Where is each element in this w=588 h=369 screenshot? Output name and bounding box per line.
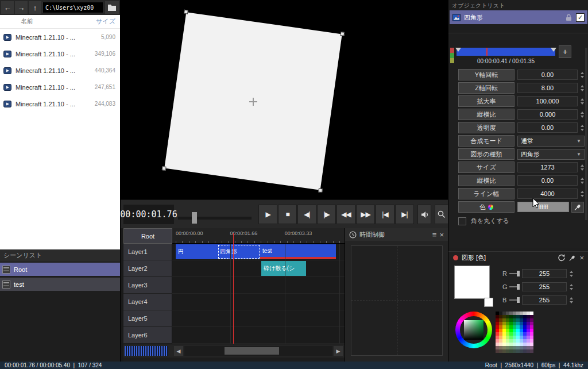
file-row[interactable]: Minecraft 1.21.10 - ... 349,106	[0, 45, 120, 62]
list-menu-icon[interactable]: ≡	[432, 230, 437, 239]
layer2-track[interactable]: 砕け散る(シ	[172, 260, 345, 277]
red-slider-handle[interactable]	[517, 271, 520, 276]
trackbar-end-marker[interactable]	[551, 48, 556, 52]
file-row[interactable]: Minecraft 1.21.10 - ... 440,364	[0, 62, 120, 79]
z-rotation-label-button[interactable]: Z軸回転	[458, 82, 514, 94]
spinner[interactable]	[579, 164, 585, 171]
secondary-color-swatch[interactable]	[484, 298, 493, 307]
play-button[interactable]: ▶	[258, 205, 277, 224]
round-corners-checkbox[interactable]	[458, 217, 466, 225]
layer5-track[interactable]	[172, 310, 345, 327]
opacity-label-button[interactable]: 透明度	[458, 122, 514, 133]
line-width-label-button[interactable]: ライン幅	[458, 188, 514, 199]
resize-handle-top-left[interactable]	[184, 10, 188, 14]
opacity-value-field[interactable]: 0.00	[517, 122, 578, 133]
blue-slider[interactable]	[509, 299, 520, 301]
clip-shatter-effect[interactable]: 砕け散る(シ	[261, 261, 306, 276]
spinner[interactable]	[579, 85, 585, 91]
layer6-track[interactable]	[172, 327, 345, 344]
clip-test[interactable]: test	[260, 244, 336, 259]
rewind-button[interactable]: ◀◀	[336, 205, 355, 224]
eyedropper-button[interactable]	[571, 202, 584, 213]
green-slider-handle[interactable]	[517, 284, 520, 290]
go-to-start-button[interactable]: |◀	[376, 205, 394, 224]
red-value-field[interactable]: 255	[522, 269, 567, 278]
close-icon[interactable]: ×	[439, 230, 444, 239]
path-input[interactable]	[42, 2, 104, 13]
blue-value-field[interactable]: 255	[522, 295, 567, 305]
green-slider[interactable]	[509, 286, 520, 287]
scale-value-field[interactable]: 100.000	[517, 96, 578, 106]
scene-tab-root[interactable]: Root	[123, 228, 172, 244]
layer3-track[interactable]	[172, 277, 345, 294]
timeline-ruler[interactable]: 00:00:00.00 00:00:01.66 00:00:03.33	[172, 228, 345, 244]
resize-handle-bottom-right[interactable]	[318, 188, 323, 193]
timeline-zoom-minimap[interactable]	[125, 346, 168, 356]
refresh-icon[interactable]	[558, 254, 565, 262]
resize-handle-bottom-left[interactable]	[162, 166, 167, 171]
aspect-value-field[interactable]: 0.000	[517, 109, 578, 120]
layer1-track[interactable]: 円 四角形 test	[172, 244, 345, 260]
trackbar-start-marker[interactable]	[455, 48, 461, 52]
back-button[interactable]: ←	[1, 1, 14, 14]
close-icon[interactable]: ×	[579, 253, 584, 262]
color-label-button[interactable]: 色	[458, 201, 514, 213]
time-control-graph[interactable]	[351, 245, 443, 356]
open-folder-button[interactable]	[105, 1, 119, 14]
blend-mode-dropdown[interactable]: 通常 ▼	[517, 136, 585, 147]
spinner[interactable]	[579, 178, 585, 184]
scene-item-test[interactable]: test	[0, 278, 120, 291]
saturation-value-box[interactable]	[464, 320, 483, 340]
scroll-left-button[interactable]: ◀	[174, 346, 183, 356]
spinner[interactable]	[568, 297, 574, 303]
timeline-scrollbar-track[interactable]	[184, 346, 332, 356]
go-to-end-button[interactable]: ▶|	[395, 205, 414, 224]
color-hex-field[interactable]: ffffff	[517, 202, 569, 212]
aspect2-value-field[interactable]: 0.00	[517, 175, 578, 186]
layer4-track[interactable]	[172, 294, 345, 310]
name-column-header[interactable]: 名前	[21, 17, 33, 26]
layer4-label[interactable]: Layer4	[123, 294, 172, 310]
up-button[interactable]: ↑	[29, 1, 41, 14]
timeline-scrollbar-thumb[interactable]	[225, 347, 279, 355]
scene-item-root[interactable]: Root	[0, 263, 120, 276]
object-trackbar[interactable]	[457, 48, 555, 56]
file-row[interactable]: Minecraft 1.21.10 - ... 5,090	[0, 29, 120, 45]
spinner[interactable]	[579, 191, 585, 197]
spinner[interactable]	[568, 284, 574, 290]
z-rotation-value-field[interactable]: 8.00	[517, 83, 578, 93]
properties-scrollbar[interactable]	[585, 48, 587, 220]
fast-forward-button[interactable]: ▶▶	[356, 205, 375, 224]
add-effect-button[interactable]: +	[559, 45, 571, 58]
clip-circle[interactable]: 円	[176, 244, 218, 259]
object-anchor-icon[interactable]	[249, 98, 257, 106]
color-wheel[interactable]	[455, 312, 492, 348]
aspect2-label-button[interactable]: 縦横比	[458, 175, 514, 186]
current-color-swatch[interactable]	[454, 266, 490, 299]
video-preview[interactable]	[121, 0, 448, 199]
next-frame-button[interactable]: |▶	[317, 205, 336, 224]
green-value-field[interactable]: 255	[522, 282, 567, 291]
shape-type-dropdown[interactable]: 四角形 ▼	[517, 149, 585, 160]
eyedropper-icon[interactable]	[568, 254, 576, 262]
y-rotation-value-field[interactable]: 0.00	[517, 70, 578, 80]
clip-rectangle-selected[interactable]: 四角形	[218, 244, 260, 259]
layer6-label[interactable]: Layer6	[123, 327, 172, 344]
size-value-field[interactable]: 1273	[517, 162, 578, 172]
scale-label-button[interactable]: 拡大率	[458, 95, 514, 107]
spinner[interactable]	[579, 72, 585, 78]
spinner[interactable]	[568, 271, 574, 277]
aspect-label-button[interactable]: 縦横比	[458, 109, 514, 120]
layer5-label[interactable]: Layer5	[123, 310, 172, 327]
object-list-item-rectangle[interactable]: 四角形 ✓	[450, 10, 587, 24]
blue-slider-handle[interactable]	[517, 297, 520, 303]
spinner[interactable]	[579, 112, 585, 118]
scroll-right-button[interactable]: ▶	[334, 346, 343, 356]
line-width-value-field[interactable]: 4000	[517, 189, 578, 199]
layer3-label[interactable]: Layer3	[123, 277, 172, 294]
prev-frame-button[interactable]: ◀|	[297, 205, 316, 224]
file-row[interactable]: Minecraft 1.21.10 - ... 247,651	[0, 79, 120, 95]
stop-button[interactable]: ■	[278, 205, 297, 224]
size-column-header[interactable]: サイズ	[96, 17, 115, 26]
object-visible-checkbox[interactable]: ✓	[576, 13, 585, 22]
